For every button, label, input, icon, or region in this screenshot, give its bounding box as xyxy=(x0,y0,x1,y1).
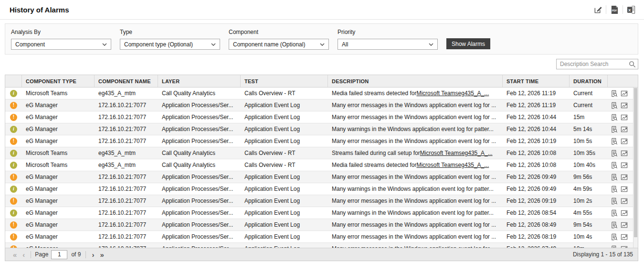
detailed-diagnosis-icon[interactable] xyxy=(611,174,618,181)
component-select[interactable]: Component name (Optional) xyxy=(229,39,329,50)
cell-duration: 10m 4s xyxy=(570,231,608,242)
measure-graph-icon[interactable] xyxy=(621,162,628,169)
last-page-button[interactable]: » xyxy=(97,251,106,258)
major-priority-icon: ! xyxy=(10,221,17,229)
detailed-diagnosis-icon[interactable] xyxy=(611,162,618,169)
description-text: Many error messages in the Windows appli… xyxy=(332,198,496,204)
measure-graph-icon[interactable] xyxy=(621,245,628,249)
cell-duration: 15m xyxy=(570,111,608,123)
table-row[interactable]: ieG Manager172.16.10.21:7077Application … xyxy=(5,183,634,195)
priority-select[interactable]: All xyxy=(338,39,438,50)
column-header-priority[interactable] xyxy=(5,75,22,87)
detailed-diagnosis-icon[interactable] xyxy=(611,114,618,121)
column-header-duration[interactable]: DURATION xyxy=(570,75,608,87)
cell-layer: Application Processes/Ser... xyxy=(158,99,241,111)
edit-icon[interactable] xyxy=(591,4,604,15)
cell-layer: Application Processes/Ser... xyxy=(158,207,241,219)
measure-graph-icon[interactable] xyxy=(621,90,628,97)
page-count-label: of 9 xyxy=(71,251,81,258)
first-page-button[interactable]: « xyxy=(10,251,20,258)
table-row[interactable]: !eG Manager172.16.10.21:7077Application … xyxy=(5,135,634,147)
chevron-down-icon xyxy=(429,43,433,46)
detailed-diagnosis-icon[interactable] xyxy=(611,150,618,157)
measure-graph-icon[interactable] xyxy=(621,138,628,145)
table-row[interactable]: !eG Manager172.16.10.21:7077Application … xyxy=(5,195,634,207)
description-link[interactable]: eg435_A_... xyxy=(458,90,489,97)
description-link[interactable]: eg435_A_... xyxy=(462,150,493,156)
column-header-layer[interactable]: LAYER xyxy=(158,75,241,87)
cell-duration: 9m 54s xyxy=(570,219,608,231)
show-alarms-button[interactable]: Show Alarms xyxy=(446,38,490,49)
description-link[interactable]: Microsoft Teams xyxy=(420,150,462,156)
column-header-component-type[interactable]: COMPONENT TYPE xyxy=(22,75,95,87)
detailed-diagnosis-icon[interactable] xyxy=(611,186,618,193)
component-label: Component xyxy=(229,29,329,35)
cell-description: Streams failed during call setup for Mic… xyxy=(328,147,503,159)
measure-graph-icon[interactable] xyxy=(621,233,628,241)
search-icon[interactable] xyxy=(629,61,636,70)
previous-page-button[interactable]: ‹ xyxy=(20,251,28,258)
detailed-diagnosis-icon[interactable] xyxy=(611,102,618,109)
cell-priority: ! xyxy=(5,135,22,147)
table-row[interactable]: !eG Manager172.16.10.21:7077Application … xyxy=(5,219,634,231)
cell-start-time: Feb 12, 2026 10:44 xyxy=(503,123,570,135)
detailed-diagnosis-icon[interactable] xyxy=(611,90,618,97)
measure-graph-icon[interactable] xyxy=(621,102,628,109)
cell-actions xyxy=(608,135,634,147)
next-page-button[interactable]: › xyxy=(89,251,97,258)
page-number-input[interactable] xyxy=(51,250,67,259)
cell-actions xyxy=(608,207,634,219)
column-header-test[interactable]: TEST xyxy=(241,75,328,87)
table-row[interactable]: !eG Manager172.16.10.21:7077Application … xyxy=(5,99,634,111)
table-row[interactable]: !eG Manager172.16.10.21:7077Application … xyxy=(5,171,634,183)
column-header-start-time[interactable]: START TIME xyxy=(503,75,570,87)
column-header-description[interactable]: DESCRIPTION xyxy=(328,75,503,87)
detailed-diagnosis-icon[interactable] xyxy=(611,126,618,133)
description-link[interactable]: Microsoft Teams xyxy=(416,90,458,97)
table-row[interactable]: iMicrosoft Teamseg435_A_mtmCall Quality … xyxy=(5,147,634,159)
cell-duration: 10m 35s xyxy=(570,147,608,159)
divider xyxy=(623,5,623,14)
measure-graph-icon[interactable] xyxy=(621,186,628,193)
minor-priority-icon: i xyxy=(10,90,17,97)
detailed-diagnosis-icon[interactable] xyxy=(611,245,618,249)
cell-component-type: eG Manager xyxy=(22,99,95,111)
column-header-component-name[interactable]: COMPONENT NAME xyxy=(95,75,158,87)
cell-actions xyxy=(608,99,634,111)
description-search-input[interactable] xyxy=(556,59,638,69)
measure-graph-icon[interactable] xyxy=(621,174,628,181)
description-text: Media failed streams detected for xyxy=(332,90,416,97)
cell-start-time: Feb 12, 2026 10:08 xyxy=(503,147,570,159)
measure-graph-icon[interactable] xyxy=(621,198,628,205)
analysis-by-select[interactable]: Component xyxy=(11,39,111,50)
description-text: Media failed streams detected for xyxy=(332,162,416,168)
description-link[interactable]: eg435_A_... xyxy=(458,162,489,168)
measure-graph-icon[interactable] xyxy=(621,209,628,217)
measure-graph-icon[interactable] xyxy=(621,221,628,229)
description-link[interactable]: Microsoft Teams xyxy=(416,162,458,168)
detailed-diagnosis-icon[interactable] xyxy=(611,138,618,145)
type-select[interactable]: Component type (Optional) xyxy=(120,39,220,50)
detailed-diagnosis-icon[interactable] xyxy=(611,209,618,217)
table-row[interactable]: !eG Manager172.16.10.21:7077Application … xyxy=(5,243,634,248)
measure-graph-icon[interactable] xyxy=(621,126,628,133)
table-row[interactable]: iMicrosoft Teamseg435_A_mtmCall Quality … xyxy=(5,88,634,99)
table-row[interactable]: ieG Manager172.16.10.21:7077Application … xyxy=(5,123,634,135)
table-row[interactable]: ieG Manager172.16.10.21:7077Application … xyxy=(5,207,634,219)
table-row[interactable]: !eG Manager172.16.10.21:7077Application … xyxy=(5,231,634,243)
measure-graph-icon[interactable] xyxy=(621,114,628,121)
table-row[interactable]: iMicrosoft Teamseg435_A_mtmCall Quality … xyxy=(5,159,634,171)
scrollbar-thumb[interactable] xyxy=(634,88,637,237)
detailed-diagnosis-icon[interactable] xyxy=(611,233,618,241)
major-priority-icon: ! xyxy=(10,102,17,109)
detailed-diagnosis-icon[interactable] xyxy=(611,221,618,229)
cell-start-time: Feb 12, 2026 09:49 xyxy=(503,171,570,183)
cell-actions xyxy=(608,88,634,99)
measure-graph-icon[interactable] xyxy=(621,150,628,157)
pdf-export-icon[interactable]: PDF xyxy=(608,4,621,15)
table-scrollbar[interactable] xyxy=(633,88,638,248)
table-row[interactable]: !eG Manager172.16.10.21:7077Application … xyxy=(5,111,634,123)
cell-description: Media failed streams detected for Micros… xyxy=(328,88,503,99)
excel-export-icon[interactable]: X xyxy=(625,4,637,15)
detailed-diagnosis-icon[interactable] xyxy=(611,198,618,205)
